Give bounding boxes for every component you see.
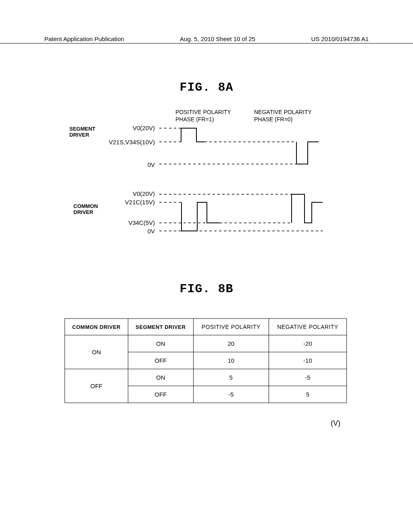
negative-polarity-label: NEGATIVE POLARITY PHASE (FR=0)	[254, 109, 312, 123]
common-0v-label: 0V	[148, 228, 155, 235]
cell-common-on: ON	[65, 335, 128, 369]
header-negative-polarity: NEGATIVE POLARITY	[269, 319, 346, 335]
segment-driver-line2: DRIVER	[69, 132, 89, 138]
cell-segment: OFF	[128, 386, 193, 403]
voltage-table-wrap: COMMON DRIVER SEGMENT DRIVER POSITIVE PO…	[65, 318, 347, 403]
figure-8b-title: FIG. 8B	[0, 282, 413, 296]
positive-polarity-label: POSITIVE POLARITY PHASE (FR=1)	[175, 109, 231, 123]
common-driver-waveform	[159, 193, 325, 233]
segment-v0-label: V0(20V)	[133, 125, 155, 131]
cell-pos: 5	[193, 369, 269, 386]
segment-driver-waveform	[159, 126, 325, 166]
cell-neg: 5	[269, 386, 346, 403]
table-row: ON ON 20 -20	[65, 335, 347, 352]
negative-polarity-line2: PHASE (FR=0)	[254, 116, 292, 123]
common-v21c-label: V21C(15V)	[125, 199, 155, 206]
common-waveform-trace	[181, 194, 323, 231]
cell-common-off: OFF	[65, 369, 128, 403]
header-common-driver: COMMON DRIVER	[65, 319, 128, 335]
positive-polarity-line2: PHASE (FR=1)	[175, 116, 214, 123]
cell-neg: -10	[269, 352, 346, 369]
page-header: Patent Application Publication Aug. 5, 2…	[0, 35, 413, 44]
cell-segment: ON	[128, 369, 193, 386]
segment-waveform-trace	[181, 128, 319, 164]
table-header-row: COMMON DRIVER SEGMENT DRIVER POSITIVE PO…	[65, 319, 347, 335]
header-right: US 2010/0194736 A1	[311, 35, 369, 42]
common-driver-label: COMMON DRIVER	[73, 204, 106, 216]
cell-pos: 10	[193, 352, 269, 369]
header-left: Patent Application Publication	[44, 35, 124, 42]
header-mid: Aug. 5, 2010 Sheet 10 of 25	[180, 35, 255, 42]
positive-polarity-line1: POSITIVE POLARITY	[175, 109, 231, 115]
segment-driver-label: SEGMENT DRIVER	[69, 126, 102, 138]
cell-segment: ON	[128, 335, 193, 352]
common-waveform-svg	[159, 193, 325, 233]
unit-label: (V)	[331, 419, 340, 428]
common-driver-line1: COMMON	[73, 203, 98, 209]
segment-driver-line1: SEGMENT	[69, 126, 95, 132]
negative-polarity-line1: NEGATIVE POLARITY	[254, 109, 312, 115]
cell-pos: 20	[193, 335, 269, 352]
cell-segment: OFF	[128, 352, 193, 369]
cell-pos: -5	[193, 386, 269, 403]
header-positive-polarity: POSITIVE POLARITY	[193, 319, 269, 335]
header-segment-driver: SEGMENT DRIVER	[128, 319, 193, 335]
voltage-table: COMMON DRIVER SEGMENT DRIVER POSITIVE PO…	[65, 318, 347, 403]
segment-v21s-label: V21S,V34S(10V)	[109, 139, 155, 145]
common-v0-label: V0(20V)	[133, 190, 155, 197]
table-row: OFF ON 5 -5	[65, 369, 347, 386]
cell-neg: -5	[269, 369, 346, 386]
segment-waveform-svg	[159, 126, 325, 166]
common-driver-line2: DRIVER	[73, 209, 93, 215]
cell-neg: -20	[269, 335, 346, 352]
figure-8a-title: FIG. 8A	[0, 81, 413, 94]
segment-0v-label: 0V	[148, 161, 155, 168]
common-v34c-label: V34C(5V)	[128, 219, 155, 226]
